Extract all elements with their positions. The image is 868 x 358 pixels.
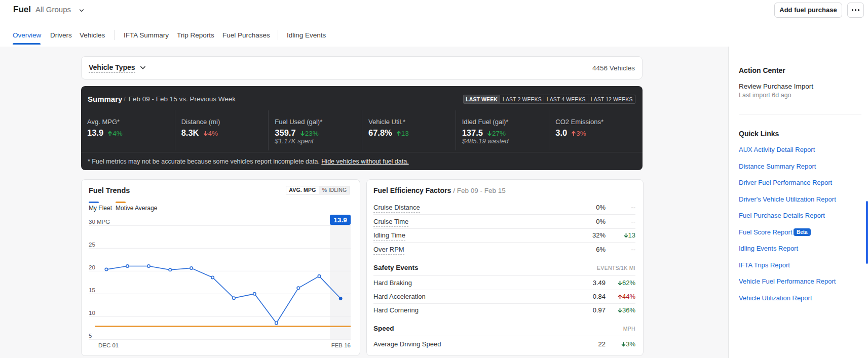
svg-text:5: 5 bbox=[89, 333, 92, 339]
svg-text:FEB 16: FEB 16 bbox=[331, 342, 351, 348]
svg-text:25: 25 bbox=[89, 242, 95, 248]
svg-text:15: 15 bbox=[89, 287, 95, 293]
svg-text:10: 10 bbox=[89, 310, 95, 316]
svg-text:DEC 01: DEC 01 bbox=[98, 342, 119, 348]
svg-text:30 MPG: 30 MPG bbox=[89, 219, 110, 225]
svg-text:13.9: 13.9 bbox=[333, 216, 347, 224]
svg-text:20: 20 bbox=[89, 264, 95, 270]
